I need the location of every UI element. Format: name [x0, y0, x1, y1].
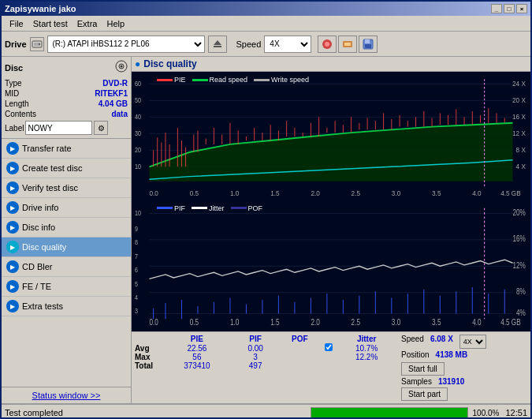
speed-row: Speed 6.08 X 4X1X2X8X	[401, 335, 527, 349]
header-pie: PIE	[160, 335, 234, 343]
sidebar-item-fe-te[interactable]: ▶ FE / TE	[2, 277, 131, 297]
svg-text:20: 20	[135, 146, 142, 154]
drive-icon-group	[318, 36, 378, 53]
write-speed-legend-color	[254, 79, 270, 81]
avg-pif: 0.00	[234, 343, 277, 353]
menu-bar: File Start test Extra Help	[2, 16, 530, 32]
drive-select[interactable]: (R:) ATAPI iHBS112 2 PL06	[47, 36, 205, 53]
speed-label: Speed	[401, 335, 424, 349]
pif-legend-label: PIF	[174, 204, 185, 212]
avg-pie: 22.56	[160, 343, 234, 353]
total-label: Total	[135, 361, 160, 370]
svg-point-14	[121, 65, 123, 68]
progress-bar	[311, 408, 467, 417]
svg-text:1.0: 1.0	[230, 189, 239, 198]
total-jitter	[335, 361, 398, 370]
type-value: DVD-R	[102, 79, 128, 88]
svg-text:0.5: 0.5	[190, 189, 199, 198]
svg-text:50: 50	[135, 96, 142, 104]
svg-text:2.5: 2.5	[352, 189, 360, 198]
svg-text:4%: 4%	[516, 308, 526, 317]
jitter-checkbox-cell	[322, 343, 335, 353]
svg-point-6	[325, 42, 329, 47]
sidebar-item-cd-bler[interactable]: ▶ CD Bler	[2, 257, 131, 277]
drive-action-btn-2[interactable]	[338, 36, 357, 53]
title-bar-buttons[interactable]: _ □ ×	[491, 4, 527, 13]
time-display: 12:51	[505, 408, 527, 417]
sidebar-item-transfer-rate[interactable]: ▶ Transfer rate	[2, 139, 131, 159]
speed-select[interactable]: 4X1X2X8XMAX	[264, 36, 311, 53]
label-input[interactable]	[25, 121, 92, 135]
title-bar: Zapisywanie jako _ □ ×	[2, 2, 530, 16]
label-label: Label	[5, 124, 24, 133]
drive-action-btn-1[interactable]	[318, 36, 337, 53]
menu-help[interactable]: Help	[102, 17, 129, 30]
svg-text:7: 7	[135, 251, 138, 260]
svg-text:3.0: 3.0	[392, 317, 400, 327]
right-stats: Speed 6.08 X 4X1X2X8X Position 4138 MB	[401, 335, 527, 401]
svg-rect-11	[365, 44, 371, 48]
cd-bler-label: CD Bler	[22, 262, 53, 271]
drive-save-btn[interactable]	[359, 36, 378, 53]
svg-text:5: 5	[135, 279, 138, 287]
speed-select[interactable]: 4X1X2X8X	[459, 335, 486, 349]
extra-tests-icon: ▶	[6, 300, 19, 312]
svg-text:30: 30	[135, 129, 142, 137]
window-title: Zapisywanie jako	[5, 4, 76, 13]
verify-test-disc-label: Verify test disc	[22, 183, 78, 193]
disc-quality-header-icon: ●	[135, 58, 140, 69]
svg-text:3.5: 3.5	[432, 189, 441, 198]
svg-text:24 X: 24 X	[512, 79, 526, 88]
svg-text:4.0: 4.0	[472, 189, 481, 198]
lower-chart-svg: 20% 16% 12% 8% 4% 10 9 8 7 6 5	[133, 203, 529, 330]
read-speed-legend-label: Read speed	[210, 76, 248, 84]
drive-label: Drive	[5, 39, 27, 49]
jitter-checkbox[interactable]	[325, 343, 333, 351]
max-pof	[277, 353, 322, 361]
position-label: Position	[401, 350, 430, 359]
sidebar-item-create-test-disc[interactable]: ▶ Create test disc	[2, 159, 131, 178]
lower-legend: PIF Jitter POF	[157, 204, 262, 212]
disc-quality-label: Disc quality	[22, 242, 66, 252]
svg-text:8%: 8%	[516, 286, 526, 296]
svg-marker-3	[214, 40, 221, 45]
menu-start-test[interactable]: Start test	[28, 17, 73, 30]
header-pif: PIF	[234, 335, 277, 343]
svg-text:4.5 GB: 4.5 GB	[500, 189, 520, 198]
create-test-disc-icon: ▶	[6, 162, 19, 174]
verify-test-disc-icon: ▶	[6, 181, 19, 194]
sidebar-item-disc-info[interactable]: ▶ Disc info	[2, 218, 131, 238]
menu-file[interactable]: File	[5, 17, 28, 30]
svg-text:0.0: 0.0	[149, 317, 158, 327]
sidebar-item-verify-test-disc[interactable]: ▶ Verify test disc	[2, 178, 131, 198]
drive-info-label: Drive info	[22, 203, 58, 212]
start-full-button[interactable]: Start full	[401, 362, 445, 376]
start-part-button[interactable]: Start part	[401, 387, 448, 401]
type-label: Type	[5, 79, 22, 88]
speed-label: Speed	[236, 39, 262, 49]
samples-value: 131910	[438, 377, 464, 386]
eject-button[interactable]	[208, 36, 227, 53]
label-row: Label ⚙	[5, 121, 128, 135]
maximize-button[interactable]: □	[504, 4, 515, 13]
write-speed-legend-label: Write speed	[271, 76, 309, 84]
svg-text:8 X: 8 X	[516, 145, 526, 154]
avg-jitter: 10.7%	[335, 343, 398, 353]
svg-text:3.0: 3.0	[392, 189, 400, 198]
lower-chart: PIF Jitter POF	[133, 203, 529, 330]
minimize-button[interactable]: _	[491, 4, 502, 13]
menu-extra[interactable]: Extra	[73, 17, 102, 30]
status-window-button[interactable]: Status window >>	[2, 387, 131, 403]
svg-text:20%: 20%	[513, 207, 526, 216]
sidebar-item-extra-tests[interactable]: ▶ Extra tests	[2, 297, 131, 316]
position-row: Position 4138 MB	[401, 350, 527, 359]
header-pof: POF	[277, 335, 322, 343]
length-value: 4.04 GB	[99, 99, 128, 108]
sidebar-item-drive-info[interactable]: ▶ Drive info	[2, 198, 131, 218]
sidebar-item-disc-quality[interactable]: ▶ Disc quality	[2, 238, 131, 257]
label-settings-button[interactable]: ⚙	[94, 121, 108, 135]
svg-text:3.5: 3.5	[432, 317, 441, 327]
svg-text:12 X: 12 X	[512, 129, 526, 137]
close-button[interactable]: ×	[516, 4, 527, 13]
svg-rect-8	[344, 43, 351, 46]
